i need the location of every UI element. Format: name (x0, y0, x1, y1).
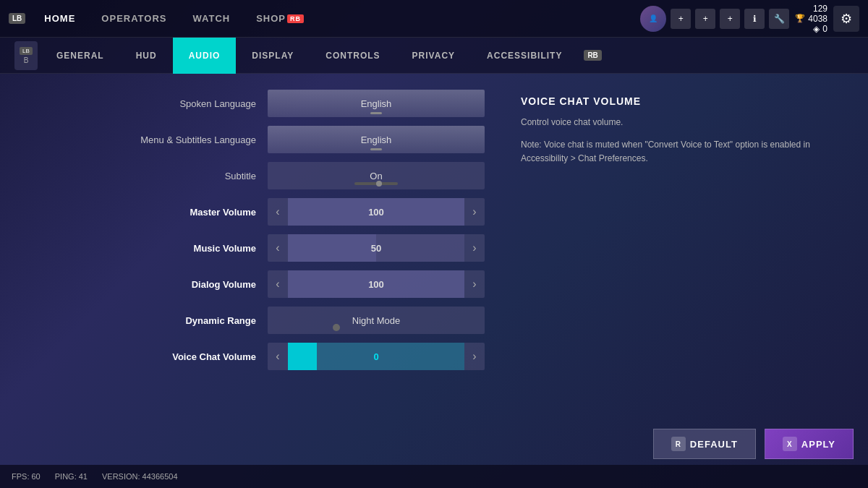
menu-language-value: English (361, 134, 392, 145)
back-button[interactable]: LB B (14, 41, 38, 70)
fps-stat: FPS: 60 (12, 472, 41, 481)
menu-language-row: Menu & Subtitles Language English (22, 124, 485, 155)
secondary-currency: 0 (822, 24, 827, 34)
voice-chat-volume-bar[interactable]: 0 (288, 343, 464, 370)
top-navigation: LB HOME OPERATORS WATCH SHOPRB 👤 + + + ℹ… (0, 0, 868, 38)
dialog-volume-label: Dialog Volume (22, 279, 268, 290)
subtitle-value: On (370, 171, 382, 181)
currency-amount: 4038 (808, 14, 827, 24)
dialog-volume-decrease[interactable]: ‹ (268, 270, 288, 298)
spoken-language-row: Spoken Language English (22, 88, 485, 119)
nav-watch[interactable]: WATCH (180, 0, 244, 38)
tabs-row: LB B GENERAL HUD AUDIO DISPLAY CONTROLS … (0, 38, 868, 74)
voice-chat-volume-label: Voice Chat Volume (22, 351, 268, 362)
menu-language-thumb (370, 148, 382, 150)
currency-icon: 🏆 (795, 14, 805, 23)
voice-chat-volume-increase[interactable]: › (464, 343, 485, 370)
points-display: 129 🏆 4038 ◈ 0 (795, 4, 827, 34)
dialog-volume-row: Dialog Volume ‹ 100 › (22, 269, 485, 299)
back-lb-label: LB (20, 47, 33, 55)
subtitle-label: Subtitle (22, 171, 268, 181)
nav-btn-plus1[interactable]: + (671, 9, 691, 29)
voice-chat-cyan-fill (288, 343, 317, 370)
rb-badge: RB (584, 50, 601, 61)
dialog-volume-control: ‹ 100 › (268, 270, 485, 298)
settings-container: LB B GENERAL HUD AUDIO DISPLAY CONTROLS … (0, 38, 868, 488)
info-panel: VOICE CHAT VOLUME Control voice chat vol… (506, 74, 868, 488)
spoken-language-control[interactable]: English (268, 90, 485, 117)
master-volume-increase[interactable]: › (464, 198, 485, 226)
nav-items: HOME OPERATORS WATCH SHOPRB (31, 0, 640, 38)
spoken-language-thumb (370, 112, 382, 114)
nav-btn-plus3[interactable]: + (720, 9, 740, 29)
nav-btn-tools[interactable]: 🔧 (769, 9, 789, 29)
music-volume-control: ‹ 50 › (268, 234, 485, 262)
master-volume-value: 100 (368, 207, 384, 218)
spoken-language-value: English (361, 98, 392, 109)
master-volume-label: Master Volume (22, 207, 268, 218)
dynamic-range-row: Dynamic Range Night Mode (22, 305, 485, 335)
subtitle-knob (376, 181, 382, 187)
voice-chat-volume-decrease[interactable]: ‹ (268, 343, 288, 370)
dynamic-range-control[interactable]: Night Mode (268, 307, 485, 334)
version-stat: VERSION: 44366504 (102, 472, 178, 481)
info-description1: Control voice chat volume. (521, 116, 854, 129)
tab-audio[interactable]: AUDIO (173, 38, 237, 74)
menu-language-label: Menu & Subtitles Language (22, 134, 268, 145)
shop-badge: RB (287, 14, 304, 23)
info-title: VOICE CHAT VOLUME (521, 95, 854, 107)
subtitle-control[interactable]: On (268, 162, 485, 189)
main-content: Spoken Language English Menu & Subtitles… (0, 74, 868, 488)
dynamic-range-label: Dynamic Range (22, 315, 268, 326)
master-volume-decrease[interactable]: ‹ (268, 198, 288, 226)
menu-language-control[interactable]: English (268, 126, 485, 153)
nav-btn-plus2[interactable]: + (695, 9, 715, 29)
dynamic-range-value: Night Mode (352, 315, 400, 326)
settings-gear-button[interactable]: ⚙ (833, 6, 859, 32)
ping-stat: PING: 41 (55, 472, 88, 481)
bottom-bar: FPS: 60 PING: 41 VERSION: 44366504 (0, 465, 868, 488)
info-description2: Note: Voice chat is muted when "Convert … (521, 138, 854, 166)
back-b-label: B (24, 56, 29, 64)
music-volume-decrease[interactable]: ‹ (268, 234, 288, 262)
music-volume-fill (288, 234, 376, 262)
voice-chat-volume-control: ‹ 0 › (268, 343, 485, 370)
dialog-volume-value: 100 (368, 279, 384, 290)
spoken-language-label: Spoken Language (22, 98, 268, 109)
music-volume-increase[interactable]: › (464, 234, 485, 262)
player-level: 129 (813, 4, 827, 14)
dynamic-range-thumb (333, 324, 340, 331)
tab-controls[interactable]: CONTROLS (310, 38, 396, 74)
tab-general[interactable]: GENERAL (41, 38, 120, 74)
master-volume-control: ‹ 100 › (268, 198, 485, 226)
voice-chat-volume-value: 0 (373, 351, 378, 362)
nav-home[interactable]: HOME (31, 0, 88, 38)
master-volume-bar[interactable]: 100 (288, 198, 464, 226)
tab-privacy[interactable]: PRIVACY (396, 38, 471, 74)
music-volume-value: 50 (371, 243, 381, 254)
music-volume-bar[interactable]: 50 (288, 234, 464, 262)
nav-operators[interactable]: OPERATORS (88, 0, 179, 38)
music-volume-label: Music Volume (22, 243, 268, 254)
player-avatar: 👤 (640, 6, 666, 32)
dialog-volume-increase[interactable]: › (464, 270, 485, 298)
master-volume-row: Master Volume ‹ 100 › (22, 197, 485, 227)
voice-chat-volume-row: Voice Chat Volume ‹ 0 › (22, 341, 485, 372)
subtitle-row: Subtitle On (22, 160, 485, 191)
nav-shop[interactable]: SHOPRB (243, 0, 317, 38)
nav-btn-info[interactable]: ℹ (744, 9, 765, 29)
settings-panel: Spoken Language English Menu & Subtitles… (0, 74, 506, 488)
music-volume-row: Music Volume ‹ 50 › (22, 233, 485, 263)
lb-badge: LB (9, 13, 25, 24)
secondary-currency-icon: ◈ (813, 24, 820, 34)
tab-hud[interactable]: HUD (120, 38, 173, 74)
nav-center: 👤 + + + ℹ 🔧 (640, 6, 789, 32)
tab-accessibility[interactable]: ACCESSIBILITY (471, 38, 578, 74)
tab-display[interactable]: DISPLAY (236, 38, 310, 74)
dialog-volume-bar[interactable]: 100 (288, 270, 464, 298)
